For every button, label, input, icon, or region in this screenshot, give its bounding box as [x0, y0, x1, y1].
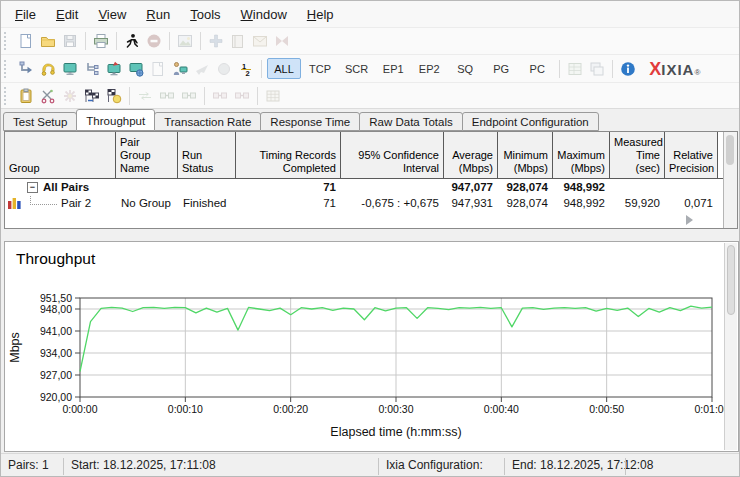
pair-label: Pair 2	[61, 197, 91, 209]
toolbar-separator	[261, 60, 262, 78]
menu-run[interactable]: Run	[136, 3, 180, 26]
add-voip-pair-icon[interactable]	[37, 58, 59, 80]
add-comment-icon	[205, 30, 227, 52]
chart-pane-scrollbar[interactable]	[724, 243, 737, 450]
toolbar-edit	[1, 83, 739, 109]
ixia-logo: XIXIA®	[649, 60, 700, 78]
cell-group: −All Pairs	[5, 181, 116, 193]
all-pairs-row[interactable]: −All Pairs71947,077928,074948,992	[5, 179, 723, 195]
cell-pair_group_name: No Group	[116, 197, 178, 209]
cell-confidence: -0,675 : +0,675	[341, 197, 444, 209]
tab-test-setup[interactable]: Test Setup	[3, 112, 77, 131]
toolbar-grip[interactable]	[4, 87, 10, 105]
throughput-line-chart: 951,50948,00941,00934,00927,00920,000:00…	[5, 270, 738, 442]
column-header-precision[interactable]: RelativePrecision	[665, 132, 718, 178]
filter-scr-button[interactable]: SCR	[339, 58, 374, 79]
assign-script-icon[interactable]	[81, 85, 103, 107]
status-ixia-configuration: Ixia Configuration:	[379, 454, 504, 477]
tree-branch-line	[30, 196, 57, 205]
column-header-timing_records[interactable]: Timing RecordsCompleted	[236, 132, 341, 178]
edit-multicast-group-icon[interactable]	[103, 58, 125, 80]
add-multicast-group-icon[interactable]	[59, 58, 81, 80]
svg-text:948,00: 948,00	[40, 303, 72, 315]
column-header-max[interactable]: Maximum(Mbps)	[553, 132, 610, 178]
cell-timing_records: 71	[236, 197, 341, 209]
save-test-icon	[59, 30, 81, 52]
chart-pane-scrollbar-thumb[interactable]	[727, 245, 735, 315]
filter-pg-button[interactable]: PG	[484, 58, 518, 79]
column-header-confidence[interactable]: 95% ConfidenceInterval	[341, 132, 444, 178]
menu-edit[interactable]: Edit	[46, 3, 88, 26]
disable-pair-icon	[213, 58, 235, 80]
cell-measured: 59,920	[610, 197, 665, 209]
column-header-min[interactable]: Minimum(Mbps)	[498, 132, 553, 178]
horizontal-scroll-right-arrow[interactable]	[686, 215, 693, 225]
menu-bar: FileEditViewRunToolsWindowHelp	[1, 1, 739, 28]
results-grid-icon	[564, 58, 586, 80]
column-header-pair_group_name[interactable]: Pair GroupName	[116, 132, 178, 178]
status-pairs: Pairs: 1	[1, 454, 63, 477]
tab-throughput[interactable]: Throughput	[76, 109, 155, 131]
paste-special-icon	[59, 85, 81, 107]
cell-timing_records: 71	[236, 181, 341, 193]
add-voip-multicast-group-icon[interactable]	[125, 58, 147, 80]
svg-text:Elapsed time (h:mm:ss): Elapsed time (h:mm:ss)	[330, 425, 461, 439]
results-table-scrollbar[interactable]	[723, 132, 737, 228]
svg-text:941,00: 941,00	[40, 325, 72, 337]
toolbar-separator	[129, 87, 130, 105]
toolbar-grip[interactable]	[4, 60, 10, 78]
unlink-pairs-icon	[231, 85, 253, 107]
add-pair-connector-icon[interactable]	[81, 58, 103, 80]
svg-text:934,00: 934,00	[40, 347, 72, 359]
tab-transaction-rate[interactable]: Transaction Rate	[154, 112, 261, 131]
cut-pair-icon[interactable]	[37, 85, 59, 107]
filter-pc-button[interactable]: PC	[520, 58, 554, 79]
open-test-icon[interactable]	[37, 30, 59, 52]
svg-text:0:00:30: 0:00:30	[378, 403, 413, 415]
toolbar-standard	[1, 28, 739, 55]
svg-text:0:00:50: 0:00:50	[589, 403, 624, 415]
column-header-group[interactable]: Group	[5, 132, 116, 178]
cell-min: 928,074	[498, 181, 553, 193]
tab-response-time[interactable]: Response Time	[260, 112, 360, 131]
menu-tools[interactable]: Tools	[180, 3, 230, 26]
menu-view[interactable]: View	[88, 3, 136, 26]
add-application-group-icon[interactable]	[169, 58, 191, 80]
add-pair-icon[interactable]	[15, 58, 37, 80]
edit-script-icon[interactable]	[103, 85, 125, 107]
mail-results-icon	[249, 30, 271, 52]
tab-endpoint-configuration[interactable]: Endpoint Configuration	[462, 112, 599, 131]
collapse-all-pairs-button[interactable]: −	[27, 182, 38, 193]
cell-max: 948,992	[553, 181, 610, 193]
about-info-icon[interactable]	[617, 58, 639, 80]
menu-help[interactable]: Help	[297, 3, 344, 26]
column-header-run_status[interactable]: Run Status	[178, 132, 236, 178]
cell-min: 928,074	[498, 197, 553, 209]
toolbar-pairs: 12ALLTCPSCREP1EP2SQPGPCXIXIA®	[1, 55, 739, 83]
swap-endpoints-icon[interactable]: 12	[235, 58, 257, 80]
toolbar-grip[interactable]	[4, 32, 10, 50]
filter-all-button[interactable]: ALL	[267, 58, 301, 79]
stop-test-icon	[143, 30, 165, 52]
tab-raw-data-totals[interactable]: Raw Data Totals	[359, 112, 463, 131]
run-test-icon[interactable]	[121, 30, 143, 52]
column-header-avg[interactable]: Average(Mbps)	[444, 132, 498, 178]
cell-group: Pair 2	[5, 196, 116, 211]
menu-file[interactable]: File	[5, 3, 46, 26]
view-results-chart-icon	[174, 30, 196, 52]
filter-tcp-button[interactable]: TCP	[303, 58, 337, 79]
new-test-icon[interactable]	[15, 30, 37, 52]
filter-sq-button[interactable]: SQ	[448, 58, 482, 79]
paste-pair-icon	[147, 58, 169, 80]
status-bar: Pairs: 1 Start: 18.12.2025, 17:11:08 Ixi…	[1, 453, 739, 477]
copy-test-setup-icon[interactable]	[15, 85, 37, 107]
menu-window[interactable]: Window	[231, 3, 297, 26]
column-header-measured[interactable]: MeasuredTime (sec)	[610, 132, 665, 178]
ungroup-pairs-icon	[209, 85, 231, 107]
print-icon[interactable]	[90, 30, 112, 52]
pair-row[interactable]: Pair 2No GroupFinished71-0,675 : +0,6759…	[5, 195, 723, 211]
results-table-pane: GroupPair GroupNameRun StatusTiming Reco…	[4, 131, 738, 229]
filter-ep1-button[interactable]: EP1	[376, 58, 410, 79]
filter-ep2-button[interactable]: EP2	[412, 58, 446, 79]
results-table-scrollbar-thumb[interactable]	[726, 135, 734, 165]
